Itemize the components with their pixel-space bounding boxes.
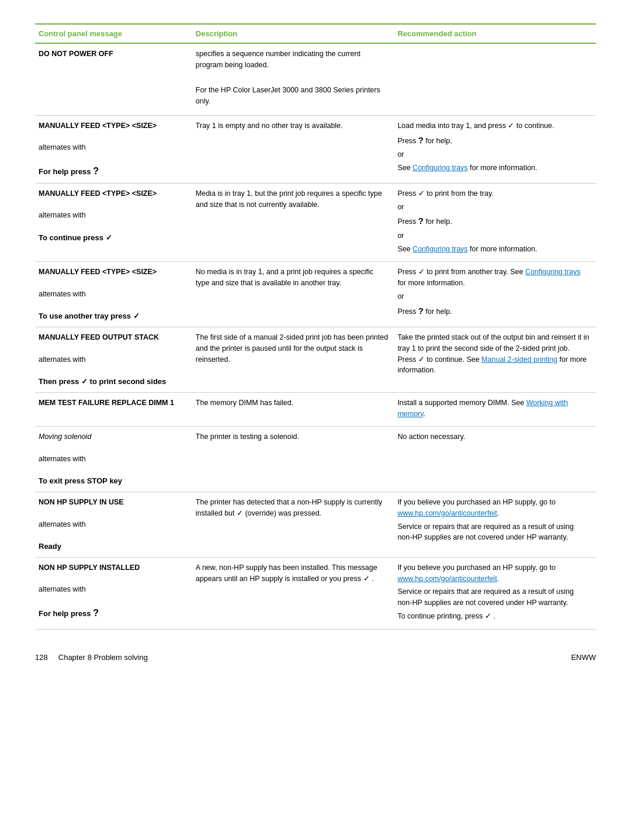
action-link[interactable]: Working with memory xyxy=(397,399,568,418)
action-cell: Press ✓ to print from the tray.orPress ?… xyxy=(394,183,596,262)
description-line: No media is in tray 1, and a print job r… xyxy=(196,267,389,289)
footer-brand: ENWW xyxy=(571,653,596,662)
action-line: Service or repairs that are required as … xyxy=(397,586,590,609)
description-line: For the HP Color LaserJet 3000 and 3800 … xyxy=(196,85,389,107)
message-line: alternates with xyxy=(39,290,86,298)
chapter-label: Chapter 8 Problem solving xyxy=(58,653,148,662)
page-number: 128 xyxy=(35,653,48,662)
action-link[interactable]: www.hp.com/go/anticounterfeit xyxy=(397,575,497,583)
description-cell: No media is in tray 1, and a print job r… xyxy=(192,262,394,327)
action-cell xyxy=(394,43,596,115)
description-line: The memory DIMM has failed. xyxy=(196,397,389,409)
action-line: See Configuring trays for more informati… xyxy=(397,244,590,255)
action-link[interactable]: Configuring trays xyxy=(525,268,581,276)
table-row: MANUALLY FEED <TYPE> <SIZE>alternates wi… xyxy=(35,115,596,183)
action-line: Press ✓ to print from the tray. xyxy=(397,188,590,199)
action-line: To continue printing, press ✓ . xyxy=(397,611,590,622)
action-link[interactable]: Configuring trays xyxy=(412,245,468,253)
action-line: Install a supported memory DIMM. See Wor… xyxy=(397,397,590,420)
table-row: MANUALLY FEED <TYPE> <SIZE>alternates wi… xyxy=(35,183,596,262)
page-content: Control panel message Description Recomm… xyxy=(35,23,596,662)
table-row: NON HP SUPPLY INSTALLEDalternates withFo… xyxy=(35,557,596,629)
table-row: MANUALLY FEED OUTPUT STACKalternates wit… xyxy=(35,327,596,393)
main-table: Control panel message Description Recomm… xyxy=(35,23,596,630)
description-cell: A new, non-HP supply has been installed.… xyxy=(192,557,394,629)
message-cell: Moving solenoidalternates withTo exit pr… xyxy=(35,427,192,492)
action-line: Service or repairs that are required as … xyxy=(397,521,590,544)
action-cell: No action necessary. xyxy=(394,427,596,492)
action-line: If you believe you purchased an HP suppl… xyxy=(397,497,590,519)
action-line: or xyxy=(397,202,590,213)
action-line: or xyxy=(397,230,590,241)
message-line: To continue press ✓ xyxy=(39,233,112,242)
message-cell: MEM TEST FAILURE REPLACE DIMM 1 xyxy=(35,392,192,427)
action-line: Press ? for help. xyxy=(397,134,590,147)
message-line: NON HP SUPPLY IN USE xyxy=(39,498,124,506)
action-cell: Take the printed stack out of the output… xyxy=(394,327,596,393)
message-line: For help press ? xyxy=(39,167,99,176)
description-line: The printer is testing a solenoid. xyxy=(196,431,389,443)
action-line: See Configuring trays for more informati… xyxy=(397,163,590,174)
message-line: DO NOT POWER OFF xyxy=(39,50,113,58)
description-line: A new, non-HP supply has been installed.… xyxy=(196,562,389,585)
action-line: Press ✓ to print from another tray. See … xyxy=(397,267,590,289)
description-line: The first side of a manual 2-sided print… xyxy=(196,332,389,365)
action-line: or xyxy=(397,149,590,160)
message-line: alternates with xyxy=(39,355,86,364)
table-row: NON HP SUPPLY IN USEalternates withReady… xyxy=(35,492,596,558)
action-line: Load media into tray 1, and press ✓ to c… xyxy=(397,120,590,132)
action-line: Take the printed stack out of the output… xyxy=(397,332,590,376)
table-row: MEM TEST FAILURE REPLACE DIMM 1The memor… xyxy=(35,392,596,427)
description-cell: Tray 1 is empty and no other tray is ava… xyxy=(192,115,394,183)
action-line: or xyxy=(397,291,590,302)
action-cell: If you believe you purchased an HP suppl… xyxy=(394,557,596,629)
description-line: The printer has detected that a non-HP s… xyxy=(196,497,389,519)
action-line: No action necessary. xyxy=(397,431,590,443)
action-line: If you believe you purchased an HP suppl… xyxy=(397,562,590,585)
message-line: MANUALLY FEED <TYPE> <SIZE> xyxy=(39,122,157,130)
action-link[interactable]: www.hp.com/go/anticounterfeit xyxy=(397,509,497,517)
message-cell: MANUALLY FEED <TYPE> <SIZE>alternates wi… xyxy=(35,115,192,183)
description-line: Media is in tray 1, but the print job re… xyxy=(196,188,389,210)
message-line: alternates with xyxy=(39,520,86,528)
message-line: alternates with xyxy=(39,143,86,151)
table-row: MANUALLY FEED <TYPE> <SIZE>alternates wi… xyxy=(35,262,596,327)
action-line: Press ? for help. xyxy=(397,305,590,318)
action-cell: Install a supported memory DIMM. See Wor… xyxy=(394,392,596,427)
header-action: Recommended action xyxy=(394,24,596,43)
action-link[interactable]: Configuring trays xyxy=(412,164,468,172)
description-cell: The printer has detected that a non-HP s… xyxy=(192,492,394,558)
action-line: Press ? for help. xyxy=(397,215,590,228)
message-line: alternates with xyxy=(39,211,86,219)
message-line: To exit press STOP key xyxy=(39,476,122,485)
description-line: specifies a sequence number indicating t… xyxy=(196,49,389,71)
description-cell: The printer is testing a solenoid. xyxy=(192,427,394,492)
action-cell: If you believe you purchased an HP suppl… xyxy=(394,492,596,558)
message-line: MEM TEST FAILURE REPLACE DIMM 1 xyxy=(39,399,174,407)
footer-page-chapter: 128 Chapter 8 Problem solving xyxy=(35,653,148,662)
message-line: MANUALLY FEED <TYPE> <SIZE> xyxy=(39,268,157,276)
page-footer: 128 Chapter 8 Problem solving ENWW xyxy=(35,647,596,662)
message-cell: MANUALLY FEED OUTPUT STACKalternates wit… xyxy=(35,327,192,393)
message-line: To use another tray press ✓ xyxy=(39,312,140,320)
action-cell: Press ✓ to print from another tray. See … xyxy=(394,262,596,327)
description-cell: specifies a sequence number indicating t… xyxy=(192,43,394,115)
table-row: Moving solenoidalternates withTo exit pr… xyxy=(35,427,596,492)
message-cell: NON HP SUPPLY INSTALLEDalternates withFo… xyxy=(35,557,192,629)
message-cell: NON HP SUPPLY IN USEalternates withReady xyxy=(35,492,192,558)
message-cell: MANUALLY FEED <TYPE> <SIZE>alternates wi… xyxy=(35,262,192,327)
message-line: MANUALLY FEED <TYPE> <SIZE> xyxy=(39,189,157,198)
table-row: DO NOT POWER OFFspecifies a sequence num… xyxy=(35,43,596,115)
message-line: For help press ? xyxy=(39,609,99,618)
message-cell: DO NOT POWER OFF xyxy=(35,43,192,115)
description-cell: The first side of a manual 2-sided print… xyxy=(192,327,394,393)
message-cell: MANUALLY FEED <TYPE> <SIZE>alternates wi… xyxy=(35,183,192,262)
message-line: MANUALLY FEED OUTPUT STACK xyxy=(39,333,159,341)
action-cell: Load media into tray 1, and press ✓ to c… xyxy=(394,115,596,183)
action-link[interactable]: Manual 2-sided printing xyxy=(481,355,557,364)
description-line: Tray 1 is empty and no other tray is ava… xyxy=(196,120,389,132)
description-cell: The memory DIMM has failed. xyxy=(192,392,394,427)
message-line: alternates with xyxy=(39,585,86,593)
message-line: Then press ✓ to print second sides xyxy=(39,377,166,386)
message-line: Ready xyxy=(39,542,61,551)
